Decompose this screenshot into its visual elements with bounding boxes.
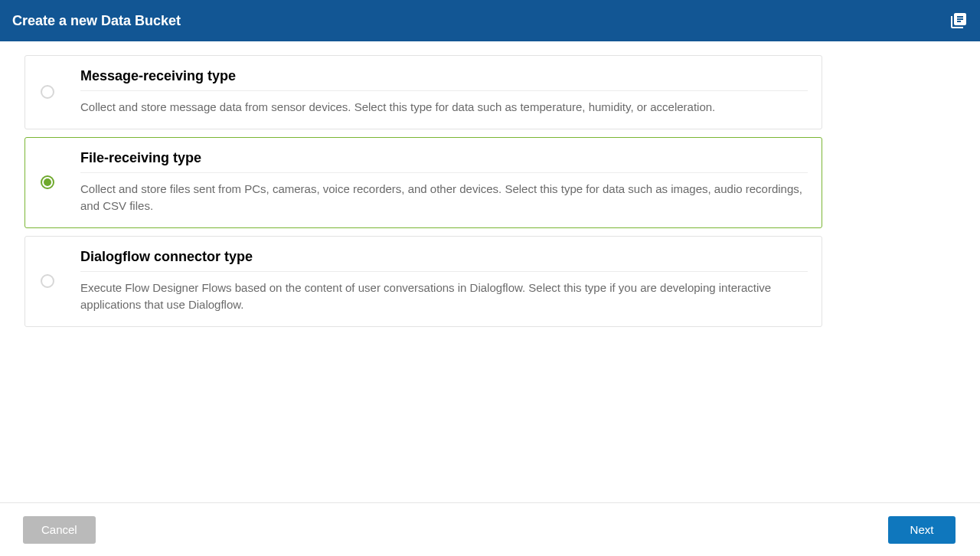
- page-header: Create a new Data Bucket: [0, 0, 980, 41]
- options-list: Message-receiving type Collect and store…: [0, 41, 847, 327]
- cancel-button[interactable]: Cancel: [23, 516, 96, 544]
- divider: [80, 90, 808, 91]
- option-body: File-receiving type Collect and store fi…: [80, 150, 808, 215]
- option-title: File-receiving type: [80, 150, 808, 172]
- option-dialogflow-connector[interactable]: Dialogflow connector type Execute Flow D…: [24, 236, 822, 327]
- radio-icon: [41, 85, 54, 99]
- divider: [80, 271, 808, 272]
- option-body: Dialogflow connector type Execute Flow D…: [80, 249, 808, 314]
- option-file-receiving[interactable]: File-receiving type Collect and store fi…: [24, 137, 822, 228]
- page-title: Create a new Data Bucket: [12, 13, 181, 29]
- option-description: Collect and store message data from sens…: [80, 99, 808, 116]
- radio-icon: [41, 175, 54, 189]
- option-description: Collect and store files sent from PCs, c…: [80, 181, 808, 215]
- radio-col: [38, 85, 80, 99]
- footer-bar: Cancel Next: [0, 502, 980, 556]
- next-button[interactable]: Next: [888, 516, 956, 544]
- option-title: Dialogflow connector type: [80, 249, 808, 271]
- option-body: Message-receiving type Collect and store…: [80, 68, 808, 116]
- radio-col: [38, 175, 80, 189]
- radio-icon: [41, 274, 54, 288]
- option-description: Execute Flow Designer Flows based on the…: [80, 280, 808, 314]
- divider: [80, 172, 808, 173]
- option-message-receiving[interactable]: Message-receiving type Collect and store…: [24, 55, 822, 129]
- library-books-icon[interactable]: [949, 11, 968, 30]
- radio-col: [38, 274, 80, 288]
- option-title: Message-receiving type: [80, 68, 808, 90]
